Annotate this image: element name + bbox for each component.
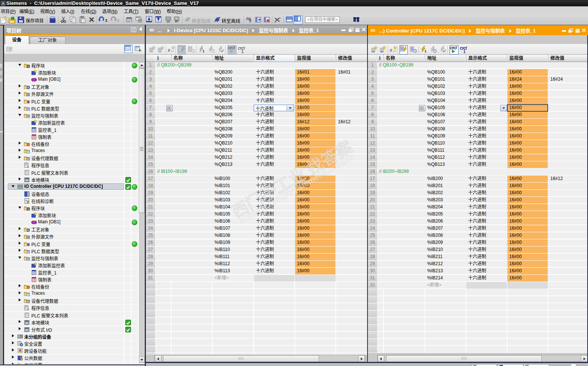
svg-text:01: 01 <box>27 94 29 96</box>
svg-text:il: il <box>168 48 170 52</box>
svg-text:01: 01 <box>27 237 29 239</box>
svg-text:i: i <box>357 19 359 23</box>
svg-text:RT: RT <box>175 20 179 23</box>
svg-text:i: i <box>28 165 29 168</box>
svg-text:1: 1 <box>463 50 466 54</box>
svg-text:il: il <box>390 48 392 52</box>
svg-text:1: 1 <box>203 49 204 53</box>
svg-text:1: 1 <box>425 49 426 53</box>
svg-text:i: i <box>28 307 29 311</box>
svg-text:1: 1 <box>241 50 244 54</box>
svg-text:?: ? <box>249 19 251 23</box>
